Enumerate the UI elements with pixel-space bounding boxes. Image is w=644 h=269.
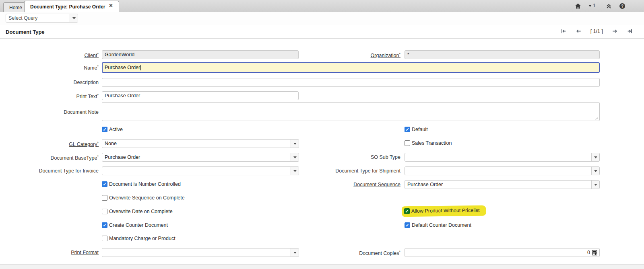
next-record-icon[interactable] <box>612 28 618 34</box>
tab-document-type[interactable]: Document Type: Purchase Order ✕ <box>24 1 119 12</box>
select-query-dropdown-button[interactable] <box>70 14 78 22</box>
default-checkbox-row: Default <box>405 127 428 132</box>
page-title: Document Type <box>6 29 45 35</box>
create-counter-document-checkbox-row: Create Counter Document <box>102 222 168 228</box>
default-counter-document-checkbox[interactable] <box>405 222 410 228</box>
resize-handle-icon[interactable] <box>595 116 599 120</box>
document-copies-field[interactable]: 0 <box>405 248 600 257</box>
tab-home-label: Home <box>9 5 22 10</box>
first-record-icon[interactable] <box>561 28 567 34</box>
name-label: Name* <box>0 64 99 71</box>
overwrite-sequence-on-complete-checkbox[interactable] <box>102 195 107 201</box>
sales-transaction-checkbox[interactable] <box>405 140 410 146</box>
document-copies-value: 0 <box>587 250 590 255</box>
tab-bar: Home Document Type: Purchase Order ✕ 1 ? <box>0 0 644 12</box>
svg-text:?: ? <box>621 4 623 8</box>
organization-field[interactable] <box>405 50 600 59</box>
mandatory-charge-or-product-checkbox[interactable] <box>102 236 107 241</box>
document-type-for-shipment-label[interactable]: Document Type for Shipment <box>302 168 400 174</box>
document-note-label: Document Note <box>0 109 99 115</box>
home-icon[interactable] <box>575 3 581 9</box>
description-field[interactable] <box>102 78 600 87</box>
print-text-label: Print Text* <box>0 93 99 99</box>
document-type-for-invoice-combo[interactable] <box>102 166 299 175</box>
so-sub-type-combo[interactable] <box>405 153 600 162</box>
client-field[interactable] <box>102 50 299 59</box>
overwrite-date-on-complete-checkbox[interactable] <box>102 209 107 214</box>
status-strip <box>0 264 644 269</box>
tab-document-type-label: Document Type: Purchase Order <box>30 4 105 10</box>
document-sequence-dropdown-button[interactable] <box>591 181 599 189</box>
sales-transaction-checkbox-row: Sales Transaction <box>405 140 452 146</box>
so-sub-type-label: SO Sub Type <box>302 154 400 160</box>
print-text-field[interactable] <box>102 91 299 100</box>
text-cursor <box>140 65 141 70</box>
toolbar: Select Query <box>0 12 644 25</box>
last-record-icon[interactable] <box>627 28 633 34</box>
document-type-for-invoice-dropdown-button[interactable] <box>291 167 299 175</box>
form-area: Client* Organization* Name* Purchase Ord… <box>0 39 644 264</box>
print-format-combo[interactable] <box>102 248 299 257</box>
workspace-number: 1 <box>593 3 596 8</box>
overwrite-date-on-complete-label: Overwrite Date on Complete <box>109 209 173 214</box>
document-sequence-combo[interactable]: Purchase Order <box>405 180 600 189</box>
document-type-for-shipment-dropdown-button[interactable] <box>591 167 599 175</box>
document-note-field[interactable] <box>102 102 600 121</box>
document-type-for-invoice-label[interactable]: Document Type for Invoice <box>0 168 99 174</box>
document-sequence-label[interactable]: Document Sequence <box>302 182 400 187</box>
active-checkbox[interactable] <box>102 127 107 132</box>
allow-product-without-pricelist-highlight: Allow Product Without Pricelist <box>402 205 486 217</box>
previous-record-icon[interactable] <box>576 28 582 34</box>
select-query-placeholder: Select Query <box>6 14 70 22</box>
name-field[interactable]: Purchase Order <box>102 62 600 73</box>
gl-category-combo[interactable]: None <box>102 139 299 148</box>
create-counter-document-label: Create Counter Document <box>109 222 168 228</box>
default-counter-document-checkbox-row: Default Counter Document <box>405 222 471 228</box>
document-is-number-controlled-label: Document is Number Controlled <box>109 181 181 187</box>
tab-header: Document Type [ 1/1 ] <box>0 25 644 39</box>
organization-label[interactable]: Organization* <box>302 52 400 58</box>
help-icon[interactable]: ? <box>619 3 625 9</box>
caret-down-icon <box>588 5 592 7</box>
overwrite-sequence-on-complete-label: Overwrite Sequence on Complete <box>109 195 185 201</box>
default-checkbox[interactable] <box>405 127 410 132</box>
record-navigation: [ 1/1 ] <box>561 28 633 34</box>
print-format-label[interactable]: Print Format <box>0 250 99 255</box>
workspace-switcher[interactable]: 1 <box>588 3 596 8</box>
default-label: Default <box>412 127 428 132</box>
document-type-for-shipment-combo[interactable] <box>405 166 600 175</box>
print-format-dropdown-button[interactable] <box>291 248 299 257</box>
default-counter-document-label: Default Counter Document <box>412 222 471 228</box>
overwrite-sequence-checkbox-row: Overwrite Sequence on Complete <box>102 195 185 201</box>
active-checkbox-row: Active <box>102 127 123 132</box>
document-is-number-controlled-checkbox[interactable] <box>102 181 107 187</box>
document-basetype-label: Document BaseType* <box>0 154 99 161</box>
active-label: Active <box>109 127 123 132</box>
mandatory-charge-or-product-label: Mandatory Charge or Product <box>109 236 175 241</box>
document-basetype-combo[interactable]: Purchase Order <box>102 153 299 162</box>
select-query-combo[interactable]: Select Query <box>6 14 78 23</box>
mandatory-charge-checkbox-row: Mandatory Charge or Product <box>102 236 175 241</box>
document-is-number-controlled-checkbox-row: Document is Number Controlled <box>102 181 181 187</box>
gl-category-label[interactable]: GL Category* <box>0 141 99 147</box>
sales-transaction-label: Sales Transaction <box>412 140 452 146</box>
so-sub-type-dropdown-button[interactable] <box>591 153 599 161</box>
overwrite-date-checkbox-row: Overwrite Date on Complete <box>102 209 173 214</box>
close-icon[interactable]: ✕ <box>109 3 113 8</box>
document-basetype-dropdown-button[interactable] <box>291 153 299 161</box>
gl-category-dropdown-button[interactable] <box>291 140 299 148</box>
description-label: Description <box>0 80 99 85</box>
record-position: [ 1/1 ] <box>590 29 603 34</box>
document-copies-label: Document Copies* <box>302 250 400 256</box>
client-label[interactable]: Client* <box>0 52 99 58</box>
allow-product-without-pricelist-checkbox[interactable] <box>404 208 410 214</box>
create-counter-document-checkbox[interactable] <box>102 222 107 228</box>
calculator-icon[interactable] <box>592 250 598 256</box>
document-type-window: Home Document Type: Purchase Order ✕ 1 ?… <box>0 0 644 269</box>
collapse-all-icon[interactable] <box>606 3 612 9</box>
allow-product-without-pricelist-label: Allow Product Without Pricelist <box>411 207 480 214</box>
